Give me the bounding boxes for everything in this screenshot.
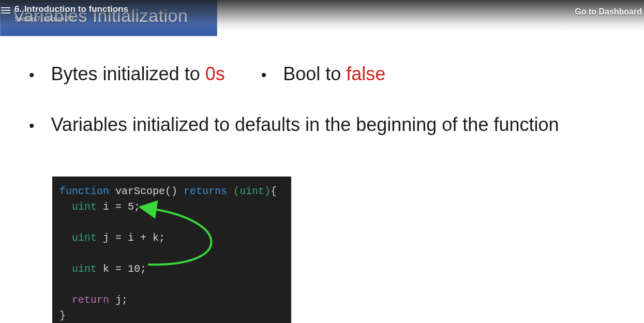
menu-icon[interactable] [1,7,10,14]
code-line-2: uint i = 5; [59,199,284,215]
bullet-dot-icon: • [29,63,35,87]
code-line-5: return j; [59,292,284,308]
bullet-text: Bool to [283,63,346,84]
lecture-subtitle: Section 7, Lecture 70 [14,16,128,23]
bullet-variables-default: • Variables initialized to defaults in t… [29,113,623,138]
bullet-bytes: • Bytes initialized to 0s [29,62,225,87]
bullet-text: Bytes initialized to [51,63,205,84]
code-line-1: function varScope() returns (uint){ [59,184,284,199]
lecture-title: 6. Introduction to functions [14,4,128,14]
bullet-dot-icon: • [29,114,35,138]
bullet-text: Variables initialized to defaults in the… [51,113,559,137]
breadcrumb: 6. Introduction to functions Section 7, … [0,4,128,23]
bullet-bool: • Bool to false [261,62,386,87]
bullet-dot-icon: • [261,63,267,87]
video-topbar: 6. Introduction to functions Section 7, … [0,0,644,31]
code-line-3: uint j = i + k; [59,230,284,246]
bullet-highlight: 0s [205,63,225,84]
slide-body: • Bytes initialized to 0s • Bool to fals… [29,62,623,164]
bullet-highlight: false [346,63,385,84]
code-line-6: } [59,308,284,323]
code-block: function varScope() returns (uint){ uint… [52,177,291,323]
go-to-dashboard-link[interactable]: Go to Dashboard [575,7,642,17]
code-line-4: uint k = 10; [59,261,284,277]
